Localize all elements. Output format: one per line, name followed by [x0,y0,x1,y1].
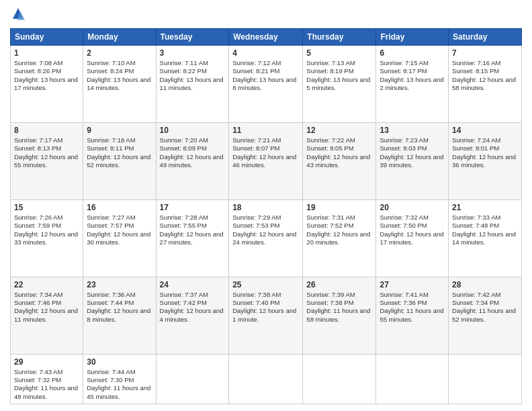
table-row: 22Sunrise: 7:34 AMSunset: 7:46 PMDayligh… [11,277,83,354]
day-detail: Sunrise: 7:12 AMSunset: 8:21 PMDaylight:… [232,59,299,92]
table-row [303,354,376,404]
day-detail: Sunrise: 7:37 AMSunset: 7:42 PMDaylight:… [160,291,226,324]
table-row: 27Sunrise: 7:41 AMSunset: 7:36 PMDayligh… [376,277,449,354]
col-friday: Friday [376,29,449,46]
day-number: 25 [232,280,299,289]
day-number: 28 [452,280,518,289]
day-detail: Sunrise: 7:22 AMSunset: 8:05 PMDaylight:… [306,136,372,169]
day-number: 5 [306,48,372,58]
day-number: 11 [232,126,299,135]
table-row: 3Sunrise: 7:11 AMSunset: 8:22 PMDaylight… [156,46,229,123]
table-row: 16Sunrise: 7:27 AMSunset: 7:57 PMDayligh… [83,199,156,277]
day-detail: Sunrise: 7:44 AMSunset: 7:30 PMDaylight:… [87,368,152,401]
logo [10,7,29,23]
day-number: 14 [452,126,518,135]
day-detail: Sunrise: 7:24 AMSunset: 8:01 PMDaylight:… [452,136,518,169]
day-number: 22 [14,280,79,289]
table-row: 9Sunrise: 7:18 AMSunset: 8:11 PMDaylight… [83,122,156,199]
table-row: 12Sunrise: 7:22 AMSunset: 8:05 PMDayligh… [303,122,376,199]
header-row: Sunday Monday Tuesday Wednesday Thursday… [11,29,522,46]
table-row: 14Sunrise: 7:24 AMSunset: 8:01 PMDayligh… [449,122,522,199]
day-number: 20 [380,203,445,212]
week-row-3: 15Sunrise: 7:26 AMSunset: 7:59 PMDayligh… [11,199,522,277]
page: Sunday Monday Tuesday Wednesday Thursday… [0,0,532,411]
table-row: 2Sunrise: 7:10 AMSunset: 8:24 PMDaylight… [83,46,156,123]
table-row: 23Sunrise: 7:36 AMSunset: 7:44 PMDayligh… [83,277,156,354]
day-number: 21 [452,203,518,212]
day-detail: Sunrise: 7:15 AMSunset: 8:17 PMDaylight:… [380,59,445,92]
table-row: 10Sunrise: 7:20 AMSunset: 8:09 PMDayligh… [156,122,229,199]
day-detail: Sunrise: 7:13 AMSunset: 8:19 PMDaylight:… [306,59,372,92]
day-detail: Sunrise: 7:17 AMSunset: 8:13 PMDaylight:… [14,136,79,169]
day-detail: Sunrise: 7:10 AMSunset: 8:24 PMDaylight:… [87,59,152,92]
day-number: 29 [14,357,79,367]
table-row: 25Sunrise: 7:38 AMSunset: 7:40 PMDayligh… [229,277,303,354]
col-thursday: Thursday [303,29,376,46]
col-monday: Monday [83,29,156,46]
day-number: 18 [232,203,299,212]
table-row: 1Sunrise: 7:08 AMSunset: 8:26 PMDaylight… [11,46,83,123]
day-detail: Sunrise: 7:11 AMSunset: 8:22 PMDaylight:… [160,59,226,92]
day-detail: Sunrise: 7:41 AMSunset: 7:36 PMDaylight:… [380,291,445,324]
day-number: 2 [87,48,152,58]
day-number: 8 [14,126,79,135]
day-number: 26 [306,280,372,289]
table-row [229,354,303,404]
day-number: 17 [160,203,226,212]
day-detail: Sunrise: 7:42 AMSunset: 7:34 PMDaylight:… [452,291,518,324]
day-number: 27 [380,280,445,289]
week-row-5: 29Sunrise: 7:43 AMSunset: 7:32 PMDayligh… [11,354,522,404]
day-number: 12 [306,126,372,135]
table-row: 5Sunrise: 7:13 AMSunset: 8:19 PMDaylight… [303,46,376,123]
day-number: 6 [380,48,445,58]
day-detail: Sunrise: 7:36 AMSunset: 7:44 PMDaylight:… [87,291,152,324]
col-saturday: Saturday [449,29,522,46]
day-number: 3 [160,48,226,58]
week-row-2: 8Sunrise: 7:17 AMSunset: 8:13 PMDaylight… [11,122,522,199]
day-number: 7 [452,48,518,58]
day-detail: Sunrise: 7:29 AMSunset: 7:53 PMDaylight:… [232,214,299,246]
table-row: 19Sunrise: 7:31 AMSunset: 7:52 PMDayligh… [303,199,376,277]
day-number: 4 [232,48,299,58]
table-row [449,354,522,404]
day-detail: Sunrise: 7:27 AMSunset: 7:57 PMDaylight:… [87,214,152,246]
day-detail: Sunrise: 7:32 AMSunset: 7:50 PMDaylight:… [380,214,445,246]
table-row: 20Sunrise: 7:32 AMSunset: 7:50 PMDayligh… [376,199,449,277]
week-row-1: 1Sunrise: 7:08 AMSunset: 8:26 PMDaylight… [11,46,522,123]
day-number: 30 [87,357,152,367]
table-row: 7Sunrise: 7:16 AMSunset: 8:15 PMDaylight… [449,46,522,123]
calendar-table: Sunday Monday Tuesday Wednesday Thursday… [10,28,522,404]
table-row: 21Sunrise: 7:33 AMSunset: 7:48 PMDayligh… [449,199,522,277]
day-number: 15 [14,203,79,212]
col-tuesday: Tuesday [156,29,229,46]
table-row: 30Sunrise: 7:44 AMSunset: 7:30 PMDayligh… [83,354,156,404]
day-detail: Sunrise: 7:16 AMSunset: 8:15 PMDaylight:… [452,59,518,92]
day-detail: Sunrise: 7:08 AMSunset: 8:26 PMDaylight:… [14,59,79,92]
day-number: 19 [306,203,372,212]
header [10,7,522,23]
table-row [156,354,229,404]
day-detail: Sunrise: 7:23 AMSunset: 8:03 PMDaylight:… [380,136,445,169]
day-number: 16 [87,203,152,212]
table-row: 28Sunrise: 7:42 AMSunset: 7:34 PMDayligh… [449,277,522,354]
day-detail: Sunrise: 7:34 AMSunset: 7:46 PMDaylight:… [14,291,79,324]
day-detail: Sunrise: 7:20 AMSunset: 8:09 PMDaylight:… [160,136,226,169]
day-detail: Sunrise: 7:21 AMSunset: 8:07 PMDaylight:… [232,136,299,169]
day-number: 13 [380,126,445,135]
day-detail: Sunrise: 7:26 AMSunset: 7:59 PMDaylight:… [14,214,79,246]
day-number: 10 [160,126,226,135]
table-row: 24Sunrise: 7:37 AMSunset: 7:42 PMDayligh… [156,277,229,354]
week-row-4: 22Sunrise: 7:34 AMSunset: 7:46 PMDayligh… [11,277,522,354]
day-detail: Sunrise: 7:31 AMSunset: 7:52 PMDaylight:… [306,214,372,246]
table-row [376,354,449,404]
day-detail: Sunrise: 7:28 AMSunset: 7:55 PMDaylight:… [160,214,226,246]
table-row: 13Sunrise: 7:23 AMSunset: 8:03 PMDayligh… [376,122,449,199]
table-row: 26Sunrise: 7:39 AMSunset: 7:38 PMDayligh… [303,277,376,354]
table-row: 17Sunrise: 7:28 AMSunset: 7:55 PMDayligh… [156,199,229,277]
table-row: 15Sunrise: 7:26 AMSunset: 7:59 PMDayligh… [11,199,83,277]
table-row: 4Sunrise: 7:12 AMSunset: 8:21 PMDaylight… [229,46,303,123]
table-row: 18Sunrise: 7:29 AMSunset: 7:53 PMDayligh… [229,199,303,277]
col-wednesday: Wednesday [229,29,303,46]
day-detail: Sunrise: 7:39 AMSunset: 7:38 PMDaylight:… [306,291,372,324]
table-row: 29Sunrise: 7:43 AMSunset: 7:32 PMDayligh… [11,354,83,404]
